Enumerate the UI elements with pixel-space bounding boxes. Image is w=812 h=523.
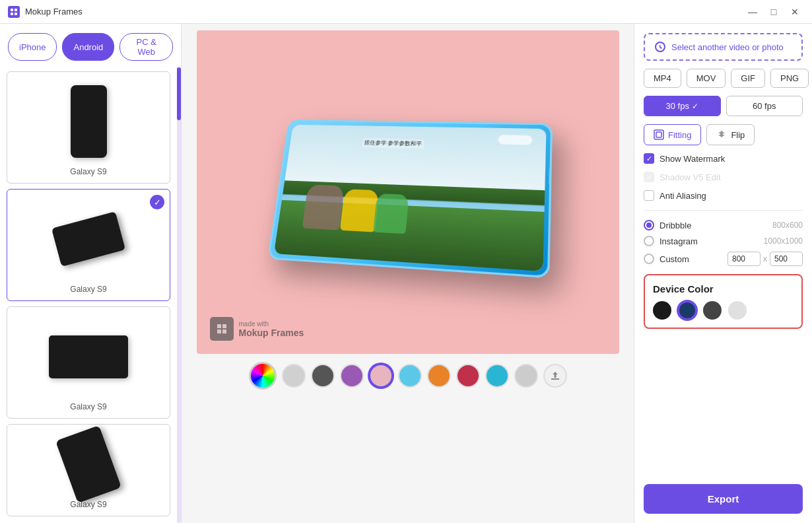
custom-height-input[interactable] [770, 252, 803, 266]
export-button[interactable]: Export [644, 484, 803, 514]
shadow-checkbox-row[interactable]: ✓ Shadow V5 Edit [644, 172, 803, 182]
anti-aliasing-checkbox[interactable] [644, 190, 654, 201]
tab-pcweb[interactable]: PC & Web [119, 33, 173, 61]
app-icon [8, 6, 20, 18]
format-gif[interactable]: GIF [731, 69, 765, 88]
resolution-custom[interactable]: Custom x [644, 252, 803, 266]
char3 [372, 193, 409, 234]
format-buttons: MP4 MOV GIF PNG [644, 69, 803, 88]
radio-instagram[interactable] [644, 236, 654, 246]
main-canvas: 抓住参学 参学参数和平 made with Mokup Frames [182, 24, 634, 523]
phone-shape-1 [71, 85, 107, 158]
right-panel: Select another video or photo MP4 MOV GI… [634, 24, 812, 523]
anime-bg: 抓住参学 参学参数和平 [273, 125, 546, 271]
device-preview-1 [14, 79, 163, 164]
fitting-button[interactable]: Fitting [644, 124, 701, 145]
option-buttons: Fitting Flip [644, 124, 803, 145]
bg-swatch-red[interactable] [456, 364, 480, 388]
watermark-checkbox-row[interactable]: ✓ Show Watermark [644, 153, 803, 164]
phone-shape-3 [49, 335, 128, 378]
device-card-galaxy-s9-1[interactable]: Galaxy S9 [7, 71, 170, 184]
device-list: Galaxy S9 ✓ Galaxy S9 Galaxy S9 [0, 67, 177, 523]
close-button[interactable]: ✕ [786, 5, 804, 19]
device-color-swatches [653, 301, 794, 320]
shadow-label: Shadow V5 Edit [660, 172, 721, 182]
phone-shape-2 [51, 211, 125, 267]
fps-60-button[interactable]: 60 fps [726, 96, 803, 116]
char1 [302, 184, 344, 230]
bg-swatch-dark-gray[interactable] [311, 364, 335, 388]
bg-swatch-cyan[interactable] [485, 364, 509, 388]
device-swatch-white[interactable] [728, 301, 747, 320]
tab-iphone[interactable]: iPhone [8, 33, 57, 61]
device-card-galaxy-s9-2[interactable]: ✓ Galaxy S9 [7, 189, 170, 301]
app-body: iPhone Android PC & Web Galaxy S9 ✓ [0, 24, 812, 523]
watermark-text: made with Mokup Frames [239, 320, 304, 338]
bg-swatch-silver[interactable] [514, 364, 538, 388]
device-label-3: Galaxy S9 [14, 402, 163, 411]
phone-screen: 抓住参学 参学参数和平 [273, 125, 546, 271]
subtitle: 抓住参学 参学参数和平 [361, 139, 424, 149]
canvas-watermark: made with Mokup Frames [210, 317, 304, 341]
selected-badge: ✓ [150, 195, 164, 209]
sidebar: iPhone Android PC & Web Galaxy S9 ✓ [0, 24, 182, 523]
device-swatch-dark-gray[interactable] [703, 301, 722, 320]
resolution-dribbble[interactable]: Dribbble 800x600 [644, 220, 803, 230]
fitting-label: Fitting [668, 130, 691, 140]
device-swatch-black[interactable] [653, 301, 671, 320]
radio-custom[interactable] [644, 254, 654, 264]
custom-inputs: x [727, 252, 803, 266]
device-swatch-blue[interactable] [678, 301, 696, 320]
title-bar-left: Mokup Frames [8, 6, 83, 18]
sidebar-scrollbar[interactable] [177, 67, 181, 523]
sidebar-scroll-container: Galaxy S9 ✓ Galaxy S9 Galaxy S9 [0, 67, 181, 523]
device-card-galaxy-s9-4[interactable]: Galaxy S9 [7, 424, 170, 516]
device-type-tabs: iPhone Android PC & Web [0, 24, 181, 67]
watermark-checkbox[interactable]: ✓ [644, 153, 654, 164]
format-png[interactable]: PNG [770, 69, 809, 88]
svg-rect-1 [15, 9, 17, 11]
svg-rect-2 [11, 13, 13, 15]
fps-30-check: ✓ [692, 102, 698, 111]
custom-separator: x [763, 254, 767, 263]
svg-rect-4 [654, 130, 663, 139]
svg-rect-3 [15, 13, 17, 15]
shadow-checkbox[interactable]: ✓ [644, 172, 654, 182]
tab-android[interactable]: Android [62, 33, 114, 61]
svg-rect-5 [656, 132, 661, 137]
flip-button[interactable]: Flip [706, 124, 755, 145]
bg-swatch-purple[interactable] [340, 364, 364, 388]
anti-aliasing-row[interactable]: Anti Aliasing [644, 190, 803, 201]
watermark-prefix: made with [239, 320, 304, 328]
divider-1 [644, 210, 803, 211]
format-mov[interactable]: MOV [687, 69, 726, 88]
custom-width-input[interactable] [727, 252, 761, 266]
maximize-button[interactable]: □ [764, 5, 783, 19]
svg-rect-0 [11, 9, 13, 11]
bg-swatch-light-blue[interactable] [398, 364, 422, 388]
minimize-button[interactable]: — [743, 5, 762, 19]
device-card-galaxy-s9-3[interactable]: Galaxy S9 [7, 306, 170, 419]
device-preview-2 [14, 196, 163, 282]
bg-swatch-light-gray[interactable] [282, 364, 306, 388]
bg-swatch-pink[interactable] [369, 364, 393, 388]
app-title: Mokup Frames [25, 7, 83, 17]
device-color-title: Device Color [653, 283, 794, 295]
phone-body: 抓住参学 参学参数和平 [267, 120, 553, 278]
select-media-button[interactable]: Select another video or photo [644, 33, 803, 61]
resolution-instagram[interactable]: Instagram 1000x1000 [644, 236, 803, 246]
dribbble-value: 800x600 [772, 221, 803, 230]
phone-mockup-display: 抓住参学 参学参数和平 [267, 120, 553, 278]
fps-30-button[interactable]: 30 fps ✓ [644, 96, 721, 116]
device-preview-3 [14, 314, 163, 400]
color-wheel[interactable] [249, 362, 277, 390]
canvas-area: 抓住参学 参学参数和平 made with Mokup Frames [197, 30, 619, 354]
radio-dribbble[interactable] [644, 220, 654, 230]
format-mp4[interactable]: MP4 [644, 69, 681, 88]
instagram-label: Instagram [660, 236, 759, 246]
device-preview-4 [14, 431, 163, 497]
device-label-1: Galaxy S9 [14, 167, 163, 176]
upload-bg-button[interactable] [543, 364, 567, 388]
bg-swatch-orange[interactable] [427, 364, 451, 388]
anti-aliasing-label: Anti Aliasing [660, 191, 706, 201]
